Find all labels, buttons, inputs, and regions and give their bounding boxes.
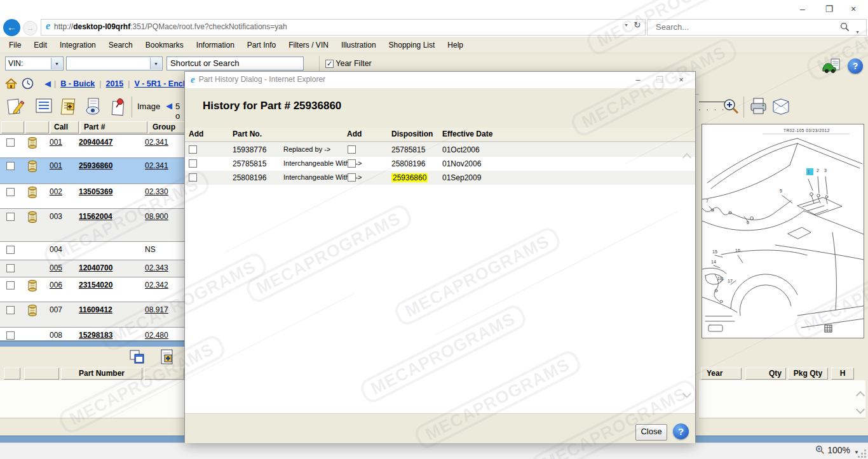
pin-note-icon[interactable] <box>109 97 127 119</box>
zoom-caret-icon[interactable]: ▼ <box>854 449 859 455</box>
part-number-link[interactable]: 11609412 <box>79 305 112 314</box>
row-checkbox[interactable] <box>6 138 15 147</box>
part-number-link[interactable]: 25936860 <box>79 161 112 170</box>
parts-column-header[interactable]: Part # <box>80 121 147 133</box>
callout-number[interactable]: 18 <box>717 276 722 281</box>
back-button[interactable]: ← <box>3 19 20 36</box>
preview-icon[interactable] <box>84 97 103 118</box>
row-checkbox[interactable] <box>6 281 15 289</box>
part-number-link[interactable]: 11562004 <box>79 212 112 221</box>
add-document-icon[interactable] <box>159 349 175 368</box>
row-checkbox[interactable] <box>6 306 15 314</box>
row-checkbox[interactable] <box>6 213 15 221</box>
vin-value-select[interactable]: ▼ <box>66 57 163 70</box>
row-checkbox[interactable] <box>6 188 15 196</box>
add-checkbox[interactable] <box>189 159 197 168</box>
dialog-maximize-button[interactable]: ❐ <box>651 73 668 86</box>
address-bar[interactable]: ehttp://desktop-l09qrhf:351/PQMace/root.… <box>41 19 646 36</box>
call-number[interactable]: 005 <box>50 263 62 272</box>
group-number[interactable]: 02.330 <box>145 187 168 196</box>
callout-number[interactable]: 14 <box>711 260 716 264</box>
shoplist-column-header[interactable] <box>144 368 184 380</box>
callout-number[interactable]: 6 <box>747 220 749 225</box>
breadcrumb-link[interactable]: 2015 <box>105 79 123 88</box>
menu-item-edit[interactable]: Edit <box>27 41 53 50</box>
call-number[interactable]: 001 <box>50 161 62 170</box>
group-number[interactable]: 08.917 <box>145 305 168 314</box>
search-icon[interactable] <box>840 22 850 37</box>
breadcrumb-link[interactable]: B - Buick <box>60 79 95 88</box>
callout-number[interactable]: 16 <box>735 248 740 253</box>
dialog-close-icon[interactable]: × <box>672 73 690 86</box>
call-number[interactable]: 001 <box>50 138 62 147</box>
close-button[interactable]: Close <box>635 424 667 441</box>
part-history-icon[interactable] <box>25 304 39 319</box>
window-close-button[interactable]: × <box>844 3 863 15</box>
menu-item-filters-vin[interactable]: Filters / VIN <box>282 41 335 50</box>
call-number[interactable]: 002 <box>50 187 62 196</box>
url-dropdown-caret[interactable]: ▼ <box>624 23 628 27</box>
callout-number[interactable]: 15 <box>712 249 717 254</box>
menu-item-bookmarks[interactable]: Bookmarks <box>139 41 190 50</box>
callout-number[interactable]: 2 <box>817 168 819 173</box>
menu-item-illustration[interactable]: Illustration <box>335 41 383 50</box>
menu-item-part-info[interactable]: Part Info <box>241 41 282 50</box>
row-checkbox[interactable] <box>6 264 15 272</box>
callout-number[interactable]: 3 <box>824 168 827 173</box>
history-clock-icon[interactable] <box>22 77 34 91</box>
callout-number[interactable]: 17 <box>728 279 733 283</box>
part-number-link[interactable]: 23154020 <box>79 281 112 289</box>
part-number-link[interactable]: 13505369 <box>79 187 112 196</box>
parts-column-header[interactable] <box>25 121 49 133</box>
call-number[interactable]: 006 <box>50 281 62 289</box>
table-row[interactable]: 0012094044702.341 <box>0 135 186 158</box>
add-checkbox[interactable] <box>348 145 356 154</box>
group-number[interactable]: 02.342 <box>145 281 168 289</box>
part-number-link[interactable]: 20940447 <box>79 138 112 147</box>
row-checkbox[interactable] <box>6 331 15 340</box>
add-checkbox[interactable] <box>189 145 197 154</box>
shoplist-column-header[interactable] <box>4 368 20 380</box>
table-row[interactable]: 0031156200408.900 <box>0 209 186 242</box>
add-checkbox[interactable] <box>348 173 356 182</box>
notes-list-icon[interactable] <box>35 97 53 117</box>
print-icon[interactable] <box>749 97 768 118</box>
image-prev-icon[interactable]: ◀ <box>166 101 172 110</box>
vehicle-report-icon[interactable] <box>822 58 841 76</box>
menu-item-help[interactable]: Help <box>441 41 470 50</box>
part-history-icon[interactable] <box>25 136 39 151</box>
parts-column-header[interactable]: Group <box>149 121 186 133</box>
home-icon[interactable] <box>5 78 17 91</box>
add-to-list-icon[interactable] <box>59 97 78 118</box>
group-number[interactable]: 02.341 <box>145 161 168 170</box>
part-history-icon[interactable] <box>25 279 39 294</box>
parts-column-header[interactable] <box>1 121 24 133</box>
shoplist-column-header[interactable]: Part Number <box>61 368 142 380</box>
group-number[interactable]: 02.480 <box>145 331 168 340</box>
row-checkbox[interactable] <box>6 246 15 254</box>
forward-button[interactable]: → <box>23 21 37 36</box>
pricing-column-header[interactable]: Qty <box>745 368 786 380</box>
table-row[interactable]: 0021350536902.330 <box>0 184 186 209</box>
table-row[interactable]: 0062315402002.342 <box>0 277 186 302</box>
row-checkbox[interactable] <box>6 162 15 170</box>
part-number-link[interactable]: 15298183 <box>79 331 112 340</box>
zoom-in-icon[interactable] <box>722 98 740 117</box>
callout-number[interactable]: 5 <box>780 189 782 193</box>
dialog-help-icon[interactable]: ? <box>673 423 689 439</box>
search-box[interactable]: Search... ▼ <box>647 19 867 36</box>
part-history-icon[interactable] <box>25 186 39 201</box>
shortcut-search-input[interactable]: Shortcut or Search <box>166 57 304 70</box>
dialog-minimize-button[interactable]: – <box>629 73 647 86</box>
pricing-column-header[interactable]: Year <box>701 368 742 380</box>
part-number-link[interactable]: 12040700 <box>79 263 112 272</box>
window-minimize-button[interactable]: – <box>793 3 812 15</box>
callout-number[interactable]: 7 <box>706 199 709 203</box>
table-row[interactable]: 0051204070002.343 <box>0 260 186 277</box>
shoplist-column-header[interactable] <box>24 368 59 380</box>
page-zoom-control[interactable]: 100% <box>815 445 850 455</box>
illustration-canvas[interactable]: TR02-105 03/23/2012 <box>702 124 864 338</box>
menu-item-shopping-list[interactable]: Shopping List <box>383 41 442 50</box>
callout-number[interactable]: 1 <box>808 170 810 174</box>
restore-window-icon[interactable] <box>128 349 146 367</box>
